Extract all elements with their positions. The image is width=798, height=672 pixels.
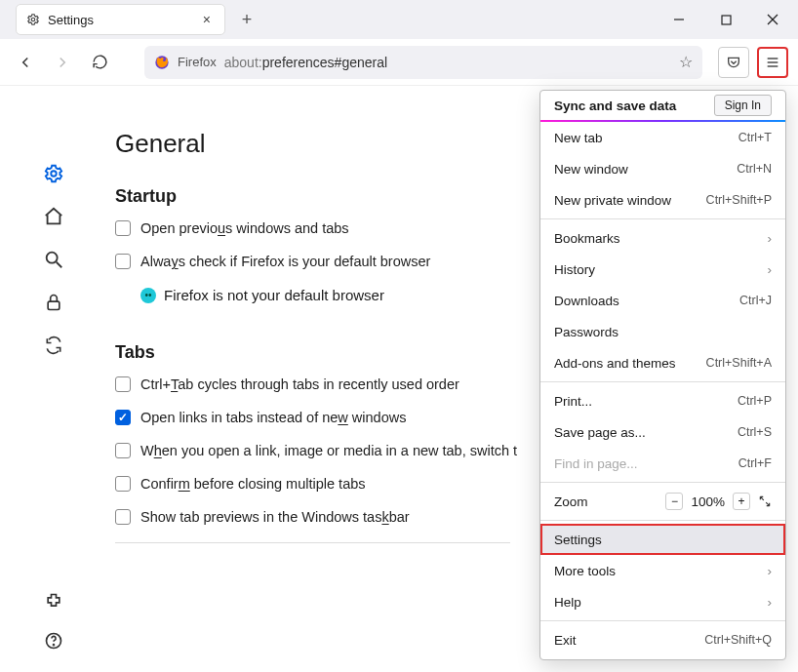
app-menu-button[interactable] [757, 47, 788, 78]
sidebar-general-icon[interactable] [42, 162, 65, 185]
menu-save-page-as[interactable]: Save page as...Ctrl+S [540, 416, 785, 448]
checkbox-checked-icon[interactable] [115, 410, 131, 425]
svg-line-11 [57, 262, 62, 268]
divider [540, 482, 785, 483]
sidebar-privacy-icon[interactable] [42, 291, 65, 314]
close-window-button[interactable] [751, 0, 794, 39]
chevron-right-icon: › [768, 595, 773, 610]
settings-sidebar [0, 86, 107, 672]
pocket-button[interactable] [718, 47, 749, 78]
bookmark-star-icon[interactable]: ☆ [679, 53, 693, 71]
titlebar: Settings × + [0, 0, 798, 39]
menu-history[interactable]: History› [540, 254, 785, 285]
svg-point-14 [54, 645, 55, 646]
confirm-label: Confirm before closing multiple tabs [140, 476, 366, 492]
app-menu: Sync and save data Sign In New tabCtrl+T… [539, 90, 786, 660]
menu-new-private-window[interactable]: New private windowCtrl+Shift+P [540, 184, 785, 216]
gear-icon [26, 13, 40, 26]
menu-exit[interactable]: ExitCtrl+Shift+Q [540, 624, 785, 655]
back-button[interactable] [10, 47, 41, 78]
svg-point-10 [47, 253, 58, 263]
toolbar: Firefox about:preferences#general ☆ [0, 39, 798, 86]
menu-bookmarks[interactable]: Bookmarks› [540, 222, 785, 254]
menu-addons[interactable]: Add-ons and themesCtrl+Shift+A [540, 347, 785, 378]
sidebar-sync-icon[interactable] [42, 334, 65, 357]
chevron-right-icon: › [768, 231, 773, 246]
chevron-right-icon: › [768, 262, 773, 277]
open-previous-label: Open previous windows and tabs [140, 220, 349, 236]
url-text: about:preferences#general [224, 55, 671, 70]
sign-in-button[interactable]: Sign In [714, 95, 772, 116]
divider [115, 542, 510, 543]
firefox-label: Firefox [178, 55, 217, 69]
new-tab-button[interactable]: + [233, 6, 260, 33]
sidebar-search-icon[interactable] [42, 248, 65, 271]
address-bar[interactable]: Firefox about:preferences#general ☆ [144, 46, 702, 79]
tab-title: Settings [48, 13, 94, 27]
checkbox-icon[interactable] [115, 376, 131, 392]
divider [540, 218, 785, 219]
menu-help[interactable]: Help› [540, 586, 785, 617]
svg-point-0 [31, 18, 35, 21]
svg-point-9 [51, 171, 57, 177]
window-controls [658, 0, 794, 39]
zoom-value: 100% [691, 494, 725, 509]
sidebar-help-icon[interactable] [42, 629, 65, 652]
svg-rect-12 [48, 301, 60, 309]
menu-new-tab[interactable]: New tabCtrl+T [540, 122, 785, 153]
maximize-button[interactable] [704, 0, 747, 39]
open-links-label: Open links in tabs instead of new window… [140, 410, 406, 425]
menu-more-tools[interactable]: More tools› [540, 555, 785, 586]
forward-button[interactable] [47, 47, 78, 78]
chevron-right-icon: › [768, 564, 773, 578]
checkbox-icon[interactable] [115, 443, 131, 458]
ctrl-tab-label: Ctrl+Tab cycles through tabs in recently… [140, 376, 459, 392]
menu-find-in-page: Find in page...Ctrl+F [540, 448, 785, 479]
sidebar-home-icon[interactable] [42, 205, 65, 228]
minimize-button[interactable] [658, 0, 700, 39]
zoom-in-button[interactable]: + [733, 493, 750, 510]
menu-settings[interactable]: Settings [540, 524, 785, 555]
info-icon: •• [140, 288, 156, 303]
menu-passwords[interactable]: Passwords [540, 316, 785, 347]
checkbox-icon[interactable] [115, 509, 131, 525]
checkbox-icon[interactable] [115, 254, 131, 269]
svg-rect-2 [722, 16, 731, 24]
firefox-icon [154, 55, 170, 70]
checkbox-icon[interactable] [115, 220, 131, 236]
menu-zoom: Zoom − 100% + [540, 486, 785, 517]
menu-sync-header: Sync and save data Sign In [540, 91, 785, 120]
previews-label: Show tab previews in the Windows taskbar [140, 509, 410, 525]
divider [540, 620, 785, 621]
switch-label: When you open a link, image or media in … [140, 443, 517, 458]
reload-button[interactable] [84, 47, 115, 78]
browser-tab[interactable]: Settings × [16, 4, 225, 35]
menu-downloads[interactable]: DownloadsCtrl+J [540, 285, 785, 316]
checkbox-icon[interactable] [115, 476, 131, 492]
sidebar-extensions-icon[interactable] [42, 590, 65, 613]
menu-new-window[interactable]: New windowCtrl+N [540, 153, 785, 184]
fullscreen-icon[interactable] [758, 494, 772, 508]
always-check-label: Always check if Firefox is your default … [140, 254, 430, 269]
divider [540, 520, 785, 521]
close-tab-icon[interactable]: × [199, 12, 215, 27]
zoom-out-button[interactable]: − [665, 493, 683, 510]
menu-print[interactable]: Print...Ctrl+P [540, 385, 785, 416]
divider [540, 381, 785, 382]
